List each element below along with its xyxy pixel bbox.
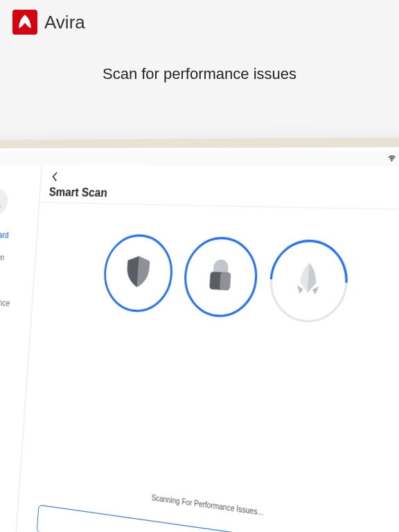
app-title: ro Security — [0, 168, 41, 186]
headline: Scan for performance issues — [0, 65, 399, 83]
rocket-icon — [288, 259, 328, 303]
avira-logo-icon — [12, 10, 37, 35]
tablet-frame: n Jul 6 100% ro Security — [0, 137, 399, 532]
tablet-screen: n Jul 6 100% ro Security — [0, 150, 399, 532]
brand-header: Avira — [0, 0, 399, 44]
shield-icon — [121, 252, 156, 294]
svg-rect-7 — [220, 272, 231, 290]
sidebar-item-label: Performance — [0, 296, 10, 309]
sidebar-item-dashboard[interactable]: Dashboard — [0, 222, 37, 247]
sidebar-item-label: Dashboard — [0, 229, 9, 240]
scan-ring-protection — [102, 233, 175, 314]
scan-rings — [102, 233, 350, 325]
wifi-icon — [387, 154, 396, 164]
page-title: Smart Scan — [48, 185, 399, 206]
sidebar-item-label: Protection — [0, 251, 5, 263]
tablet-stage: n Jul 6 100% ro Security — [0, 139, 399, 532]
brand-name: Avira — [44, 12, 85, 33]
scan-ring-performance — [267, 238, 350, 324]
scan-content: Scanning For Performance Issues... Stop … — [16, 203, 399, 532]
back-button[interactable] — [50, 171, 60, 183]
scan-status-text: Scanning For Performance Issues... — [151, 493, 263, 517]
sidebar-item-protection[interactable]: Protection — [0, 245, 35, 270]
scan-ring-privacy — [182, 236, 260, 319]
app-body: ro Security Dashboard Protection Pr — [0, 165, 399, 532]
sidebar-item-performance[interactable]: Performance — [0, 289, 33, 317]
avatar[interactable] — [0, 188, 8, 214]
main-panel: Smart Scan — [15, 165, 399, 532]
lock-icon — [202, 256, 239, 299]
sidebar-item-privacy[interactable]: Privacy — [0, 267, 34, 294]
